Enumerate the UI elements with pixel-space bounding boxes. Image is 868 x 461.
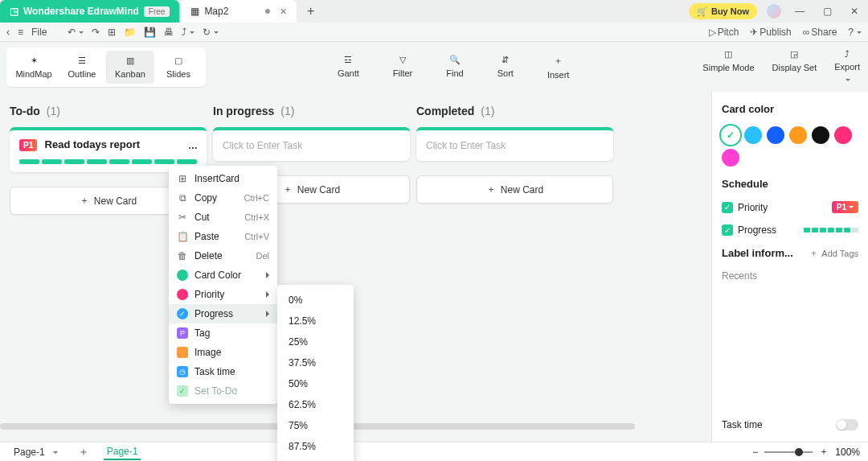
new-tab-button[interactable]: +	[297, 0, 326, 23]
zoom-control: − ＋ 100%	[752, 445, 860, 459]
export-button[interactable]: ⤴Export	[833, 44, 862, 89]
window-close-button[interactable]: ✕	[841, 0, 868, 23]
color-swatch[interactable]	[789, 126, 807, 144]
column-header[interactable]: In progress (1)	[213, 105, 410, 117]
progress-option[interactable]: 25%	[277, 331, 354, 352]
tag-icon: P	[177, 327, 188, 339]
save-icon[interactable]: 💾	[144, 27, 156, 38]
progress-option[interactable]: 62.5%	[277, 394, 354, 415]
add-tags-button[interactable]: ＋Add Tags	[809, 247, 858, 259]
task-time-toggle[interactable]	[836, 419, 858, 430]
gantt-button[interactable]: ☲Gantt	[333, 51, 364, 83]
progress-option[interactable]: 37.5%	[277, 352, 354, 373]
menu-delete[interactable]: 🗑DeleteDel	[169, 246, 277, 265]
progress-icon: ✓	[177, 308, 188, 319]
page-select[interactable]: Page-1	[8, 444, 63, 460]
zoom-slider[interactable]	[764, 451, 813, 453]
menu-cut[interactable]: ✂CutCtrl+X	[169, 208, 277, 227]
outline-view-button[interactable]: ☰Outline	[58, 51, 106, 84]
card-context-menu: ⊞InsertCard ⧉CopyCtrl+C ✂CutCtrl+X 📋Past…	[169, 166, 277, 404]
filter-button[interactable]: ▽Filter	[388, 51, 417, 83]
sort-button[interactable]: ⇵Sort	[493, 51, 518, 83]
slides-view-button[interactable]: ▢Slides	[154, 51, 203, 84]
card-title: Read todays report	[45, 138, 140, 150]
zoom-out-button[interactable]: −	[752, 447, 758, 458]
column-header[interactable]: Completed (1)	[416, 105, 613, 117]
progress-option[interactable]: 100%	[277, 457, 354, 461]
zoom-in-button[interactable]: ＋	[819, 445, 829, 459]
open-folder-icon[interactable]: 📁	[124, 27, 136, 38]
undo-button[interactable]: ↶	[68, 27, 84, 38]
kanban-view-button[interactable]: ▥Kanban	[106, 51, 154, 84]
publish-button[interactable]: ✈ Publish	[750, 27, 791, 38]
menu-copy[interactable]: ⧉CopyCtrl+C	[169, 188, 277, 208]
menu-insert-card[interactable]: ⊞InsertCard	[169, 169, 277, 188]
document-tab[interactable]: ▦ Map2 ×	[181, 0, 296, 23]
progress-option[interactable]: 87.5%	[277, 436, 354, 457]
menu-card-color[interactable]: Card Color	[169, 265, 277, 285]
mindmap-view-button[interactable]: ✶MindMap	[10, 51, 58, 84]
insert-icon: ⊞	[177, 173, 188, 184]
color-swatch[interactable]	[834, 126, 852, 144]
pitch-button[interactable]: ▷ Pitch	[709, 27, 739, 38]
clock-icon: ◷	[177, 366, 188, 377]
simple-mode-icon: ◫	[724, 49, 732, 60]
zoom-thumb[interactable]	[795, 448, 803, 456]
priority-select[interactable]: P1	[832, 201, 858, 213]
color-swatch[interactable]	[722, 149, 739, 167]
print-icon[interactable]: 🖶	[164, 27, 174, 38]
new-task-input[interactable]: Click to Enter Task	[213, 127, 410, 161]
export-icon[interactable]: ⤴	[182, 27, 194, 38]
priority-badge: P1	[19, 139, 37, 151]
app-logo-icon: ◳	[10, 6, 18, 17]
close-tab-icon[interactable]: ×	[280, 5, 286, 18]
card-more-button[interactable]: …	[188, 140, 199, 151]
find-button[interactable]: 🔍Find	[441, 51, 468, 83]
progress-checkbox[interactable]: ✓Progress	[722, 224, 776, 236]
share-button[interactable]: ∞ Share	[803, 27, 837, 38]
new-task-input[interactable]: Click to Enter Task	[416, 127, 613, 161]
menu-tag[interactable]: PTag	[169, 323, 277, 343]
column-header[interactable]: To-do (1)	[10, 105, 207, 117]
progress-option[interactable]: 0%	[277, 290, 354, 311]
window-maximize-button[interactable]: ▢	[813, 0, 841, 23]
menu-paste[interactable]: 📋PasteCtrl+V	[169, 227, 277, 246]
progress-option[interactable]: 12.5%	[277, 311, 354, 331]
menu-icon[interactable]: ≡	[18, 27, 23, 38]
user-avatar[interactable]	[767, 4, 781, 19]
new-file-icon[interactable]: ⊞	[108, 27, 116, 38]
menu-priority[interactable]: Priority	[169, 285, 277, 304]
buy-now-button[interactable]: 🛒 Buy Now	[689, 3, 757, 19]
zoom-value[interactable]: 100%	[835, 447, 860, 458]
back-button[interactable]: ‹	[6, 27, 10, 38]
color-swatch-selected[interactable]	[722, 126, 739, 144]
color-swatch[interactable]	[744, 126, 762, 144]
file-menu[interactable]: File	[31, 27, 47, 38]
redo-button[interactable]: ↷	[92, 27, 100, 38]
free-badge: Free	[144, 6, 170, 17]
properties-panel: Card color Schedule ✓Priority P1 ✓Progre…	[711, 92, 868, 442]
insert-button[interactable]: ＋Insert	[542, 51, 575, 83]
page-tab[interactable]: Page-1	[104, 444, 141, 460]
menu-task-time[interactable]: ◷Task time	[169, 362, 277, 381]
new-card-button[interactable]: ＋New Card	[416, 175, 613, 204]
refresh-icon[interactable]: ↻	[203, 27, 219, 38]
menu-progress[interactable]: ✓Progress	[169, 304, 277, 323]
find-icon: 🔍	[449, 55, 461, 65]
color-swatch[interactable]	[812, 126, 829, 144]
progress-option[interactable]: 75%	[277, 415, 354, 436]
help-button[interactable]: ?	[848, 27, 862, 38]
add-page-button[interactable]: ＋	[78, 445, 89, 459]
menu-set-todo[interactable]: ✓Set To-Do	[169, 381, 277, 401]
display-set-button[interactable]: ◲Display Set	[771, 44, 819, 89]
progress-option[interactable]: 50%	[277, 373, 354, 394]
menu-image[interactable]: Image	[169, 343, 277, 362]
window-minimize-button[interactable]: —	[786, 0, 813, 23]
display-icon: ◲	[790, 49, 798, 60]
sort-icon: ⇵	[502, 55, 509, 65]
color-swatch[interactable]	[767, 126, 784, 144]
simple-mode-button[interactable]: ◫Simple Mode	[701, 44, 755, 89]
priority-checkbox[interactable]: ✓Priority	[722, 202, 768, 213]
cart-icon: 🛒	[697, 6, 708, 17]
progress-mini-bar[interactable]	[804, 228, 858, 233]
